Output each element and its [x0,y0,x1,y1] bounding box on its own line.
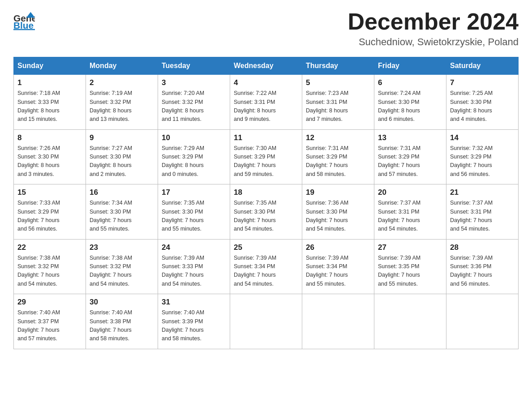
calendar-cell: 31Sunrise: 7:40 AMSunset: 3:39 PMDayligh… [158,294,230,349]
header-thursday: Thursday [302,57,374,75]
logo: General Blue [13,9,38,30]
day-info: Sunrise: 7:24 AMSunset: 3:30 PMDaylight:… [378,89,442,124]
calendar-cell: 21Sunrise: 7:37 AMSunset: 3:31 PMDayligh… [446,184,519,240]
calendar-cell [446,294,519,349]
day-number: 30 [90,298,154,307]
day-number: 24 [162,243,226,252]
day-info: Sunrise: 7:37 AMSunset: 3:31 PMDaylight:… [450,199,515,234]
calendar-cell: 6Sunrise: 7:24 AMSunset: 3:30 PMDaylight… [374,75,446,130]
day-info: Sunrise: 7:30 AMSunset: 3:29 PMDaylight:… [234,144,298,179]
header-monday: Monday [86,57,158,75]
calendar-cell: 19Sunrise: 7:36 AMSunset: 3:30 PMDayligh… [302,184,374,240]
day-info: Sunrise: 7:39 AMSunset: 3:34 PMDaylight:… [306,254,370,289]
calendar-cell [374,294,446,349]
day-number: 16 [90,188,154,197]
calendar-week-3: 15Sunrise: 7:33 AMSunset: 3:29 PMDayligh… [14,184,519,240]
day-number: 7 [450,78,515,87]
calendar-cell: 29Sunrise: 7:40 AMSunset: 3:37 PMDayligh… [14,294,86,349]
day-info: Sunrise: 7:40 AMSunset: 3:39 PMDaylight:… [162,308,226,343]
day-number: 23 [90,243,154,252]
calendar-cell: 14Sunrise: 7:32 AMSunset: 3:29 PMDayligh… [446,129,519,184]
header-tuesday: Tuesday [158,57,230,75]
day-number: 3 [162,78,226,87]
day-number: 26 [306,243,370,252]
calendar-cell: 28Sunrise: 7:39 AMSunset: 3:36 PMDayligh… [446,239,519,294]
calendar-cell: 27Sunrise: 7:39 AMSunset: 3:35 PMDayligh… [374,239,446,294]
day-number: 18 [234,188,298,197]
day-info: Sunrise: 7:31 AMSunset: 3:29 PMDaylight:… [378,144,442,179]
day-number: 22 [17,243,82,252]
calendar-cell: 9Sunrise: 7:27 AMSunset: 3:30 PMDaylight… [86,129,158,184]
day-info: Sunrise: 7:26 AMSunset: 3:30 PMDaylight:… [17,144,82,179]
day-number: 20 [378,188,442,197]
day-number: 8 [17,133,82,142]
day-number: 6 [378,78,442,87]
day-number: 5 [306,78,370,87]
calendar-cell: 16Sunrise: 7:34 AMSunset: 3:30 PMDayligh… [86,184,158,240]
day-number: 2 [90,78,154,87]
day-info: Sunrise: 7:39 AMSunset: 3:35 PMDaylight:… [378,254,442,289]
header-saturday: Saturday [446,57,519,75]
calendar-cell: 4Sunrise: 7:22 AMSunset: 3:31 PMDaylight… [230,75,302,130]
day-info: Sunrise: 7:20 AMSunset: 3:32 PMDaylight:… [162,89,226,124]
day-number: 17 [162,188,226,197]
calendar-cell: 2Sunrise: 7:19 AMSunset: 3:32 PMDaylight… [86,75,158,130]
calendar-cell [302,294,374,349]
day-info: Sunrise: 7:35 AMSunset: 3:30 PMDaylight:… [162,199,226,234]
day-info: Sunrise: 7:37 AMSunset: 3:31 PMDaylight:… [378,199,442,234]
day-info: Sunrise: 7:40 AMSunset: 3:37 PMDaylight:… [17,308,82,343]
day-number: 25 [234,243,298,252]
calendar-table: Sunday Monday Tuesday Wednesday Thursday… [13,57,519,349]
day-info: Sunrise: 7:19 AMSunset: 3:32 PMDaylight:… [90,89,154,124]
calendar-cell: 1Sunrise: 7:18 AMSunset: 3:33 PMDaylight… [14,75,86,130]
title-section: December 2024 Suchedniow, Swietokrzyskie… [348,9,519,48]
day-info: Sunrise: 7:31 AMSunset: 3:29 PMDaylight:… [306,144,370,179]
day-number: 9 [90,133,154,142]
calendar-cell [230,294,302,349]
day-number: 13 [378,133,442,142]
calendar-cell: 5Sunrise: 7:23 AMSunset: 3:31 PMDaylight… [302,75,374,130]
calendar-cell: 10Sunrise: 7:29 AMSunset: 3:29 PMDayligh… [158,129,230,184]
calendar-week-4: 22Sunrise: 7:38 AMSunset: 3:32 PMDayligh… [14,239,519,294]
day-number: 11 [234,133,298,142]
calendar-cell: 30Sunrise: 7:40 AMSunset: 3:38 PMDayligh… [86,294,158,349]
day-info: Sunrise: 7:27 AMSunset: 3:30 PMDaylight:… [90,144,154,179]
calendar-cell: 23Sunrise: 7:38 AMSunset: 3:32 PMDayligh… [86,239,158,294]
calendar-cell: 25Sunrise: 7:39 AMSunset: 3:34 PMDayligh… [230,239,302,294]
day-number: 4 [234,78,298,87]
day-number: 1 [17,78,82,87]
calendar-header-row: Sunday Monday Tuesday Wednesday Thursday… [14,57,519,75]
calendar-cell: 11Sunrise: 7:30 AMSunset: 3:29 PMDayligh… [230,129,302,184]
day-number: 15 [17,188,82,197]
calendar-cell: 22Sunrise: 7:38 AMSunset: 3:32 PMDayligh… [14,239,86,294]
header-friday: Friday [374,57,446,75]
header-sunday: Sunday [14,57,86,75]
calendar-cell: 18Sunrise: 7:35 AMSunset: 3:30 PMDayligh… [230,184,302,240]
day-number: 19 [306,188,370,197]
month-title: December 2024 [348,9,519,34]
calendar-week-5: 29Sunrise: 7:40 AMSunset: 3:37 PMDayligh… [14,294,519,349]
page-header: General Blue December 2024 Suchedniow, S… [13,9,519,48]
day-number: 21 [450,188,515,197]
day-info: Sunrise: 7:34 AMSunset: 3:30 PMDaylight:… [90,199,154,234]
day-info: Sunrise: 7:39 AMSunset: 3:36 PMDaylight:… [450,254,515,289]
calendar-cell: 8Sunrise: 7:26 AMSunset: 3:30 PMDaylight… [14,129,86,184]
calendar-cell: 17Sunrise: 7:35 AMSunset: 3:30 PMDayligh… [158,184,230,240]
day-info: Sunrise: 7:29 AMSunset: 3:29 PMDaylight:… [162,144,226,179]
calendar-cell: 13Sunrise: 7:31 AMSunset: 3:29 PMDayligh… [374,129,446,184]
location-subtitle: Suchedniow, Swietokrzyskie, Poland [348,36,519,48]
day-info: Sunrise: 7:35 AMSunset: 3:30 PMDaylight:… [234,199,298,234]
day-info: Sunrise: 7:36 AMSunset: 3:30 PMDaylight:… [306,199,370,234]
day-number: 10 [162,133,226,142]
calendar-cell: 7Sunrise: 7:25 AMSunset: 3:30 PMDaylight… [446,75,519,130]
day-number: 31 [162,298,226,307]
day-info: Sunrise: 7:33 AMSunset: 3:29 PMDaylight:… [17,199,82,234]
calendar-cell: 20Sunrise: 7:37 AMSunset: 3:31 PMDayligh… [374,184,446,240]
day-info: Sunrise: 7:39 AMSunset: 3:33 PMDaylight:… [162,254,226,289]
day-info: Sunrise: 7:32 AMSunset: 3:29 PMDaylight:… [450,144,515,179]
day-info: Sunrise: 7:39 AMSunset: 3:34 PMDaylight:… [234,254,298,289]
calendar-cell: 12Sunrise: 7:31 AMSunset: 3:29 PMDayligh… [302,129,374,184]
calendar-cell: 3Sunrise: 7:20 AMSunset: 3:32 PMDaylight… [158,75,230,130]
calendar-cell: 24Sunrise: 7:39 AMSunset: 3:33 PMDayligh… [158,239,230,294]
calendar-cell: 26Sunrise: 7:39 AMSunset: 3:34 PMDayligh… [302,239,374,294]
